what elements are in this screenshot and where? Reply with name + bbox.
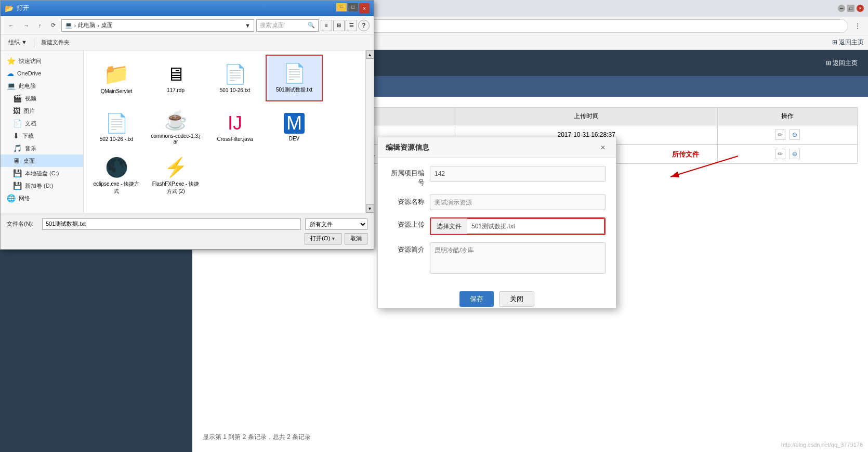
delete-icon-1[interactable]: ⊖ xyxy=(790,130,800,140)
sidebar-videos[interactable]: 🎬 视频 xyxy=(1,92,83,105)
help-btn[interactable]: ? xyxy=(358,20,370,31)
file-item-0[interactable]: 📁 QMainServlet xyxy=(88,55,145,101)
sidebar-quick-access[interactable]: ⭐ 快速访问 xyxy=(1,55,83,67)
local-disk-c-icon: 💾 xyxy=(13,169,22,177)
file-item-4[interactable]: 📄 502 10-26 -.txt xyxy=(88,104,145,150)
search-icon: 🔍 xyxy=(308,22,315,29)
view-organize-btn[interactable]: ≡ xyxy=(321,20,332,31)
dialog-back-btn[interactable]: ← xyxy=(5,19,18,32)
music-icon: 🎵 xyxy=(13,144,22,152)
edit-icon-2[interactable]: ✏ xyxy=(775,149,785,159)
dialog-breadcrumb[interactable]: 💻 › 此电脑 › 桌面 ▼ xyxy=(61,19,255,32)
sidebar-this-pc[interactable]: 💻 此电脑 xyxy=(1,80,83,92)
modal-title: 编辑资源信息 xyxy=(386,143,429,152)
cancel-button[interactable]: 取消 xyxy=(345,233,367,244)
scroll-up-btn[interactable]: ▲ xyxy=(366,50,374,59)
maximize-btn[interactable]: □ xyxy=(847,5,854,12)
sidebar-new-volume-d[interactable]: 💾 新加卷 (D:) xyxy=(1,179,83,192)
file-item-3-selected[interactable]: 📄 501测试数据.txt xyxy=(266,55,323,101)
modal-close-x-btn[interactable]: × xyxy=(598,143,608,153)
sidebar-documents[interactable]: 📄 文档 xyxy=(1,117,83,130)
browser-background: ● PMS | 项目管理系统 × tIA × ─ □ × ← → ⟳ ⋮ C l… xyxy=(0,0,868,452)
close-btn[interactable]: × xyxy=(857,5,864,12)
sidebar-downloads[interactable]: ⬇ 下载 xyxy=(1,130,83,142)
dialog-up-btn[interactable]: ↑ xyxy=(35,19,45,32)
scroll-down-btn[interactable]: ▼ xyxy=(366,204,374,213)
sidebar-label-desktop: 桌面 xyxy=(23,157,35,165)
upload-filename-input[interactable] xyxy=(467,218,604,234)
pms-home-link[interactable]: ⊞ 返回主页 xyxy=(826,59,858,68)
view-grid-btn[interactable]: ⊞ xyxy=(333,20,345,31)
file-name-0: QMainServlet xyxy=(101,88,133,94)
modal-footer: 保存 关闭 xyxy=(378,289,616,309)
dialog-title: 📂 打开 xyxy=(5,4,29,12)
sidebar-network[interactable]: 🌐 网络 xyxy=(1,192,83,204)
svg-line-1 xyxy=(670,156,738,177)
dialog-minimize-btn[interactable]: ─ xyxy=(336,3,347,11)
documents-icon: 📄 xyxy=(13,119,22,127)
pictures-icon: 🖼 xyxy=(13,107,20,115)
dialog-close-btn[interactable]: × xyxy=(359,3,370,14)
file-item-7[interactable]: M DEV xyxy=(266,104,323,150)
breadcrumb-dropdown[interactable]: ▼ xyxy=(245,22,251,29)
description-textarea[interactable] xyxy=(430,242,606,274)
dialog-toolbar: ← → ↑ ⟳ 💻 › 此电脑 › 桌面 ▼ 搜索'桌面' 🔍 ≡ ⊞ ☰ ? xyxy=(1,16,374,35)
choose-file-btn[interactable]: 选择文件 xyxy=(431,218,467,234)
sidebar-pictures[interactable]: 🖼 图片 xyxy=(1,105,83,117)
filename-input[interactable] xyxy=(42,218,301,230)
file-name-5: commons-codec-1.3.jar xyxy=(150,133,201,145)
videos-icon: 🎬 xyxy=(13,94,22,102)
sidebar-music[interactable]: 🎵 音乐 xyxy=(1,142,83,154)
downloads-icon: ⬇ xyxy=(13,132,19,140)
dialog-maximize-btn[interactable]: □ xyxy=(348,3,358,11)
dialog-title-text: 打开 xyxy=(17,4,29,12)
upload-row: 资源上传 选择文件 xyxy=(388,217,606,235)
file-item-1[interactable]: 🖥 117.rdp xyxy=(147,55,204,101)
file-item-5[interactable]: ☕ commons-codec-1.3.jar xyxy=(147,104,204,150)
footer-filename-row: 文件名(N): 所有文件 xyxy=(7,218,367,230)
resource-name-input[interactable] xyxy=(430,195,606,210)
save-button[interactable]: 保存 xyxy=(459,291,494,307)
open-button[interactable]: 打开(O) ▼ xyxy=(305,233,341,244)
delete-icon-2[interactable]: ⊖ xyxy=(790,149,800,159)
file-item-2[interactable]: 📄 501 10-26.txt xyxy=(206,55,264,101)
file-name-7: DEV xyxy=(289,136,300,141)
txt-icon-3: 📄 xyxy=(283,62,306,84)
sidebar-desktop[interactable]: 🖥 桌面 xyxy=(1,154,83,167)
search-placeholder: 搜索'桌面' xyxy=(260,21,285,29)
project-id-input[interactable] xyxy=(430,166,606,182)
sidebar-label-downloads: 下载 xyxy=(22,132,34,140)
project-id-label: 所属项目编号 xyxy=(388,166,425,187)
extensions-btn[interactable]: ⋮ xyxy=(851,20,864,32)
dialog-footer: 文件名(N): 所有文件 打开(O) ▼ 取消 xyxy=(1,213,374,249)
resource-name-label: 资源名称 xyxy=(388,195,425,206)
dialog-search-bar[interactable]: 搜索'桌面' 🔍 xyxy=(256,19,319,32)
dialog-toolbar2: 组织 ▼ 新建文件夹 xyxy=(1,35,374,50)
close-modal-button[interactable]: 关闭 xyxy=(499,291,534,307)
jar-icon: ☕ xyxy=(164,109,188,131)
file-item-8[interactable]: 🌑 eclipse.exe - 快捷方式 xyxy=(88,152,145,199)
home-link[interactable]: ⊞ 返回主页 xyxy=(832,38,864,47)
minimize-btn[interactable]: ─ xyxy=(838,5,845,12)
file-item-6[interactable]: IJ CrossFilter.java xyxy=(206,104,264,150)
sidebar-label-new-d: 新加卷 (D:) xyxy=(25,182,53,190)
sidebar-label-documents: 文档 xyxy=(25,120,36,127)
open-button-label: 打开(O) xyxy=(310,235,330,242)
dialog-forward-btn[interactable]: → xyxy=(20,19,33,32)
view-details-btn[interactable]: ☰ xyxy=(346,20,357,31)
edit-icon-1[interactable]: ✏ xyxy=(775,130,785,140)
file-name-2: 501 10-26.txt xyxy=(220,87,250,93)
file-item-9[interactable]: ⚡ FlashFXP.exe - 快捷方式 (2) xyxy=(147,152,204,199)
filetype-select[interactable]: 所有文件 xyxy=(305,218,367,230)
sidebar-onedrive[interactable]: ☁ OneDrive xyxy=(1,67,83,80)
organize-btn[interactable]: 组织 ▼ xyxy=(5,36,31,49)
breadcrumb-computer: 💻 xyxy=(65,22,72,29)
sidebar-local-disk-c[interactable]: 💾 本地磁盘 (C:) xyxy=(1,167,83,179)
edit-resource-modal: 编辑资源信息 × 所属项目编号 资源名称 资源上传 选择文件 xyxy=(377,137,616,308)
open-dropdown-arrow[interactable]: ▼ xyxy=(331,236,336,241)
dialog-refresh-btn[interactable]: ⟳ xyxy=(47,19,59,32)
cell-action-1: ✏ ⊖ xyxy=(718,125,858,145)
modal-body: 所属项目编号 资源名称 资源上传 选择文件 资源简介 xyxy=(378,158,616,289)
sidebar-label-this-pc: 此电脑 xyxy=(19,82,36,90)
new-folder-btn[interactable]: 新建文件夹 xyxy=(37,36,73,49)
